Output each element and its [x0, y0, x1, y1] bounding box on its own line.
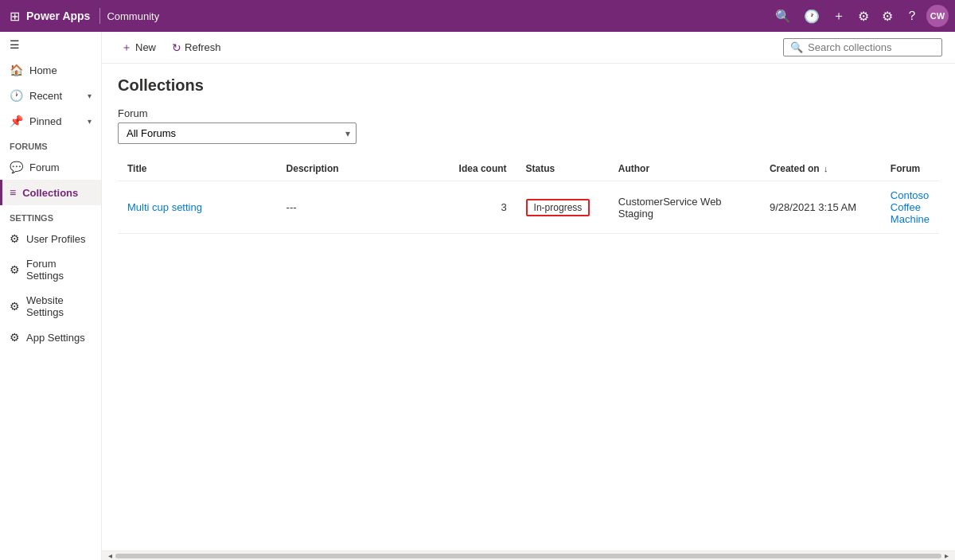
settings-section-label: Settings	[0, 205, 101, 226]
cell-idea-count: 3	[439, 181, 516, 234]
app-settings-label: App Settings	[26, 332, 85, 344]
forum-link[interactable]: Contoso Coffee Machine	[891, 189, 930, 225]
collections-icon: ≡	[10, 186, 16, 199]
topbar-divider	[99, 8, 100, 24]
col-forum-header: Forum	[881, 157, 939, 181]
hamburger-icon: ☰	[10, 38, 20, 51]
collections-label: Collections	[22, 187, 78, 199]
sidebar-item-app-settings[interactable]: ⚙ App Settings	[0, 325, 101, 350]
forum-filter-select[interactable]: All Forums	[118, 122, 357, 144]
search-box[interactable]: 🔍	[783, 38, 942, 56]
grid-icon[interactable]: ⊞	[6, 6, 23, 27]
sidebar-item-website-settings[interactable]: ⚙ Website Settings	[0, 288, 101, 325]
sidebar: ☰ 🏠 Home 🕐 Recent ▾ 📌 Pinned ▾ Forums 💬 …	[0, 32, 102, 560]
refresh-button[interactable]: ↻ Refresh	[166, 38, 228, 57]
refresh-icon: ↻	[172, 41, 181, 54]
add-icon[interactable]: ＋	[828, 5, 850, 28]
collections-table: Title Description Idea count Status Auth	[118, 157, 939, 234]
help-icon[interactable]: ？	[901, 5, 923, 28]
title-link[interactable]: Multi cup setting	[127, 201, 202, 213]
app-logo: Power Apps	[26, 10, 90, 22]
forum-settings-label: Forum Settings	[26, 258, 92, 282]
home-icon: 🏠	[10, 64, 23, 76]
col-description-header: Description	[277, 157, 439, 181]
forum-icon: 💬	[10, 161, 23, 173]
bottom-scrollbar: ◂ ▸	[102, 550, 955, 560]
sidebar-item-collections[interactable]: ≡ Collections	[0, 180, 101, 205]
new-icon: ＋	[121, 41, 132, 55]
pinned-label: Pinned	[29, 115, 61, 127]
forum-filter-label: Forum	[118, 107, 939, 119]
forum-filter-wrap: All Forums ▾	[118, 122, 357, 144]
main-content: ＋ New ↻ Refresh 🔍 Collections Forum All …	[102, 32, 955, 560]
user-profiles-icon: ⚙	[10, 232, 20, 245]
col-title-header: Title	[118, 157, 277, 181]
recent-expand-icon: ▾	[88, 91, 92, 100]
cell-author: CustomerService Web Staging	[609, 181, 760, 234]
sidebar-item-pinned[interactable]: 📌 Pinned ▾	[0, 108, 101, 134]
toolbar: ＋ New ↻ Refresh 🔍	[102, 32, 955, 64]
pinned-expand-icon: ▾	[88, 117, 92, 126]
forums-section-label: Forums	[0, 134, 101, 154]
search-icon[interactable]: 🔍	[770, 6, 796, 27]
home-label: Home	[29, 64, 57, 76]
page-title: Collections	[118, 76, 939, 95]
sidebar-item-forum[interactable]: 💬 Forum	[0, 154, 101, 180]
sidebar-item-home[interactable]: 🏠 Home	[0, 57, 101, 83]
website-settings-icon: ⚙	[10, 300, 20, 313]
recent-icon[interactable]: 🕐	[799, 6, 824, 27]
status-badge: In-progress	[526, 199, 591, 216]
table-header-row: Title Description Idea count Status Auth	[118, 157, 939, 181]
avatar[interactable]: CW	[926, 5, 949, 27]
app-settings-icon: ⚙	[10, 331, 20, 344]
col-status-header: Status	[516, 157, 609, 181]
col-idea-count-header: Idea count	[439, 157, 516, 181]
website-settings-label: Website Settings	[26, 294, 92, 318]
cell-title: Multi cup setting	[118, 181, 277, 234]
forum-settings-icon: ⚙	[10, 263, 20, 276]
recent-nav-icon: 🕐	[10, 89, 23, 102]
community-label: Community	[107, 10, 159, 22]
sidebar-item-forum-settings[interactable]: ⚙ Forum Settings	[0, 251, 101, 288]
cell-status: In-progress	[516, 181, 609, 234]
sidebar-item-user-profiles[interactable]: ⚙ User Profiles	[0, 226, 101, 251]
table-row: Multi cup setting --- 3 In-progress Cust…	[118, 181, 939, 234]
sidebar-item-hamburger[interactable]: ☰	[0, 32, 101, 57]
user-profiles-label: User Profiles	[26, 233, 85, 245]
pin-icon: 📌	[10, 115, 23, 127]
refresh-label: Refresh	[185, 41, 221, 53]
scroll-left-icon[interactable]: ◂	[105, 551, 115, 560]
col-author-header: Author	[609, 157, 760, 181]
layout: ☰ 🏠 Home 🕐 Recent ▾ 📌 Pinned ▾ Forums 💬 …	[0, 32, 955, 560]
scroll-right-icon[interactable]: ▸	[941, 551, 952, 560]
scrollbar-track[interactable]	[115, 554, 941, 558]
sort-down-icon: ↓	[824, 164, 828, 173]
sidebar-item-recent[interactable]: 🕐 Recent ▾	[0, 83, 101, 108]
cell-forum: Contoso Coffee Machine	[881, 181, 939, 234]
forum-label: Forum	[29, 161, 60, 173]
cell-description: ---	[277, 181, 439, 234]
page-body: Collections Forum All Forums ▾ Title Des…	[102, 64, 955, 550]
filter-icon[interactable]: ⚙	[853, 6, 874, 27]
cell-created: 9/28/2021 3:15 AM	[760, 181, 881, 234]
new-button[interactable]: ＋ New	[115, 37, 162, 58]
recent-label: Recent	[29, 90, 62, 102]
new-label: New	[135, 41, 156, 53]
settings-icon[interactable]: ⚙	[877, 6, 898, 27]
col-created-header: Created on ↓	[760, 157, 881, 181]
search-input[interactable]	[808, 41, 935, 53]
search-box-icon: 🔍	[790, 41, 803, 53]
topbar: ⊞ Power Apps Community 🔍 🕐 ＋ ⚙ ⚙ ？ CW	[0, 0, 955, 32]
